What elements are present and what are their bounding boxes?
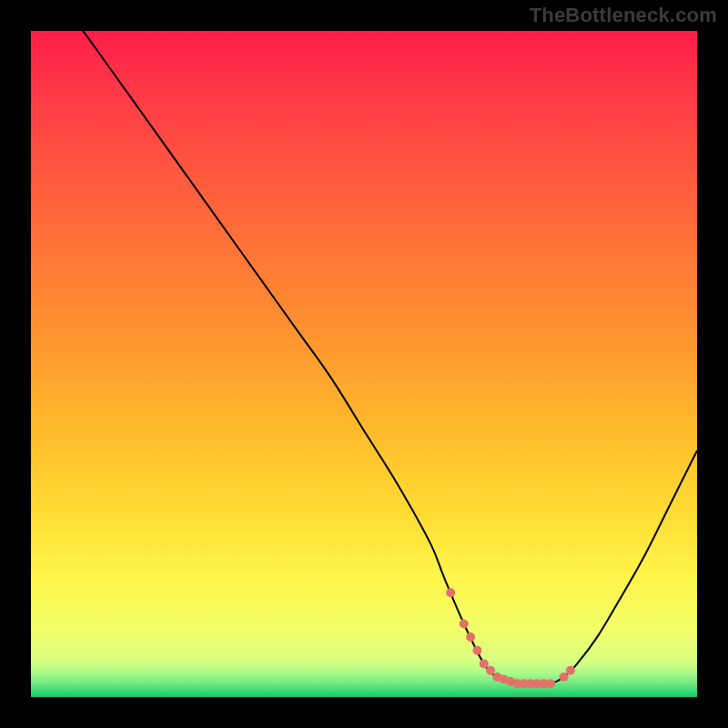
chart-frame: TheBottleneck.com <box>0 0 728 728</box>
optimal-marker <box>480 659 489 668</box>
optimal-marker <box>460 619 469 628</box>
gradient-background <box>31 31 697 697</box>
optimal-marker <box>472 646 481 655</box>
chart-plot <box>31 31 697 697</box>
attribution-label: TheBottleneck.com <box>530 4 717 27</box>
optimal-marker <box>446 588 455 597</box>
optimal-marker <box>486 666 495 675</box>
optimal-marker <box>560 672 569 682</box>
optimal-marker <box>466 632 475 642</box>
optimal-marker <box>546 679 555 688</box>
chart-svg <box>31 31 697 697</box>
optimal-marker <box>566 666 575 675</box>
